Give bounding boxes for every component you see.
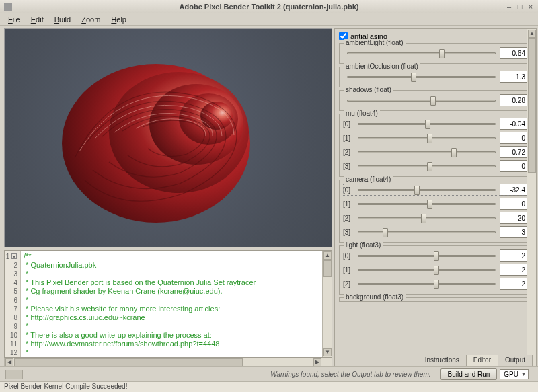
label-shadows: shadows (float) [344,86,393,93]
menu-bar: File Edit Build Zoom Help [0,13,538,26]
mu-1-idx: [1] [343,134,354,142]
tab-editor[interactable]: Editor [466,355,498,367]
light-1-idx: [1] [343,266,354,274]
slider-light-1[interactable] [358,264,496,276]
bottom-toolbar: Warnings found, select the Output tab to… [0,366,538,381]
parameters-panel: antialiasing ambientLight (float) ambien… [334,28,537,387]
slider-camera-2[interactable] [358,212,496,224]
menu-build[interactable]: Build [49,14,76,25]
scroll-right-icon[interactable]: ▶ [313,358,321,366]
status-bar: Pixel Bender Kernel Compile Succeeded! [0,381,538,392]
params-scrollbar[interactable]: ▲ ▼ [527,29,536,387]
right-tabs: Instructions Editor Output [418,355,533,367]
tab-instructions[interactable]: Instructions [418,355,467,367]
camera-1-idx: [1] [343,200,354,208]
value-light-1[interactable] [500,264,528,276]
value-mu-2[interactable] [500,146,528,158]
slider-light-2[interactable] [358,278,496,290]
slider-ambientocclusion[interactable] [347,71,496,83]
scroll-up-icon[interactable]: ▲ [323,251,332,260]
camera-3-idx: [3] [343,229,354,236]
camera-0-idx: [0] [343,186,354,194]
value-light-2[interactable] [500,278,528,290]
value-camera-0[interactable] [500,184,528,196]
label-light: light (float3) [344,241,383,249]
label-mu: mu (float4) [344,110,380,117]
group-light: light (float3) [0] [1] [2] [339,245,532,295]
slider-camera-3[interactable] [358,226,496,238]
mu-0-idx: [0] [343,120,354,128]
label-ambientlight: ambientLight (float) [344,39,406,46]
slider-mu-2[interactable] [358,146,496,158]
value-light-0[interactable] [500,249,528,262]
value-camera-2[interactable] [500,212,528,224]
maximize-button[interactable]: □ [515,2,525,11]
mu-2-idx: [2] [343,149,354,156]
slider-shadows[interactable] [347,94,496,106]
slider-camera-0[interactable] [358,184,496,196]
hscroll-thumb[interactable] [14,358,243,366]
device-select[interactable]: GPU [500,369,529,379]
menu-edit[interactable]: Edit [26,14,49,25]
app-icon [4,3,12,11]
label-background: background (float3) [344,293,406,301]
scroll-left-icon[interactable]: ◀ [5,358,13,366]
code-text[interactable]: /** * QuaternionJulia.pbk * * This Pixel… [21,251,322,357]
slider-mu-0[interactable] [358,118,496,130]
scroll-thumb[interactable] [323,260,332,277]
title-bar: Adobe Pixel Bender Toolkit 2 (quaternion… [0,0,538,13]
minimize-button[interactable]: – [504,2,514,11]
value-shadows[interactable] [500,94,528,106]
group-mu: mu (float4) [0] [1] [2] [3] [339,114,532,177]
value-camera-3[interactable] [500,226,528,238]
slider-mu-1[interactable] [358,132,496,144]
camera-2-idx: [2] [343,214,354,222]
group-camera: camera (float4) [0] [1] [2] [3] [339,180,532,243]
params-scroll-thumb[interactable] [528,38,536,173]
group-shadows: shadows (float) [339,90,532,111]
window-title: Adobe Pixel Bender Toolkit 2 (quaternion… [180,3,359,11]
label-ambientocclusion: ambientOcclusion (float) [344,63,420,70]
value-mu-1[interactable] [500,132,528,144]
group-ambientlight: ambientLight (float) [339,43,532,64]
value-ambientlight[interactable] [500,47,528,59]
preview-canvas[interactable] [4,28,332,247]
code-vscrollbar[interactable]: ▲ ▼ [322,251,332,357]
slider-ambientlight[interactable] [347,47,496,59]
slider-mu-3[interactable] [358,160,496,172]
menu-file[interactable]: File [3,14,26,25]
value-ambientocclusion[interactable] [500,71,528,83]
group-background: background (float3) [339,297,532,302]
value-camera-1[interactable] [500,198,528,210]
tab-output[interactable]: Output [498,355,533,367]
build-run-button[interactable]: Build and Run [440,368,498,380]
close-button[interactable]: × [526,2,535,11]
label-camera: camera (float4) [344,175,393,183]
light-0-idx: [0] [343,252,354,260]
slider-camera-1[interactable] [358,198,496,210]
group-ambientocclusion: ambientOcclusion (float) [339,67,532,87]
menu-help[interactable]: Help [106,14,132,25]
warning-message: Warnings found, select the Output tab to… [270,370,430,378]
tool-icon[interactable] [5,370,23,379]
fractal-render [62,56,257,225]
svg-point-4 [200,102,233,130]
menu-zoom[interactable]: Zoom [76,14,106,25]
mu-3-idx: [3] [343,163,354,170]
light-2-idx: [2] [343,280,354,288]
params-scroll-up-icon[interactable]: ▲ [528,30,536,38]
scroll-down-icon[interactable]: ▼ [323,348,332,356]
value-mu-0[interactable] [500,118,528,130]
code-hscrollbar[interactable]: ◀ ▶ [4,358,332,367]
value-mu-3[interactable] [500,160,528,172]
code-editor[interactable]: 1 ▾ 2345678910111213 /** * QuaternionJul… [4,250,332,358]
slider-light-0[interactable] [358,249,496,262]
line-gutter: 1 ▾ 2345678910111213 [5,251,21,357]
